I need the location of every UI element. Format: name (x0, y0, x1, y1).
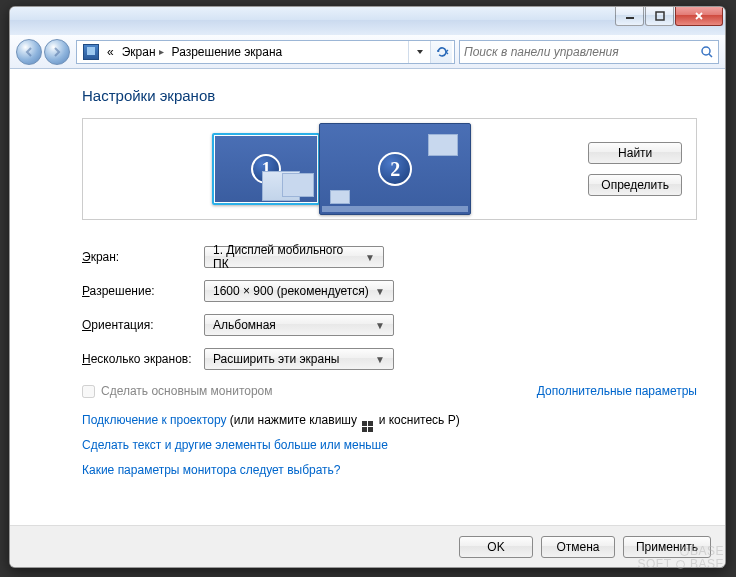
svg-rect-1 (656, 12, 664, 20)
chevron-down-icon: ▼ (371, 354, 389, 365)
windows-key-icon (362, 421, 373, 432)
svg-point-2 (702, 47, 710, 55)
search-input[interactable] (464, 45, 700, 59)
detect-button[interactable]: Найти (588, 142, 682, 164)
breadcrumb-item-resolution[interactable]: Разрешение экрана (168, 41, 287, 63)
breadcrumb-item-display[interactable]: Экран▸ (118, 41, 168, 63)
titlebar (10, 7, 725, 35)
resolution-label: Разрешение: (82, 284, 204, 298)
chevron-right-icon: ▸ (159, 46, 164, 57)
chevron-down-icon: ▼ (371, 286, 389, 297)
control-panel-icon (83, 44, 99, 60)
forward-button[interactable] (44, 39, 70, 65)
display-arrangement[interactable]: 1 2 Найти Определить (82, 118, 697, 220)
monitor-1[interactable]: 1 (212, 133, 320, 205)
chevron-down-icon: ▼ (361, 252, 379, 263)
resolution-select[interactable]: 1600 × 900 (рекомендуется)▼ (204, 280, 394, 302)
refresh-button[interactable] (430, 41, 452, 63)
maximize-button[interactable] (645, 7, 674, 26)
projector-link[interactable]: Подключение к проектору (82, 413, 227, 427)
cancel-button[interactable]: Отмена (541, 536, 615, 558)
minimize-button[interactable] (615, 7, 644, 26)
multiple-label: Несколько экранов: (82, 352, 204, 366)
monitor-number: 2 (378, 152, 412, 186)
display-label: Экран: (82, 250, 204, 264)
dialog-footer: OK Отмена Применить (10, 525, 725, 567)
nav-buttons (16, 38, 72, 66)
window: « Экран▸ Разрешение экрана Настройки экр… (9, 6, 726, 568)
svg-rect-0 (626, 17, 634, 19)
page-title: Настройки экранов (82, 87, 697, 104)
primary-monitor-checkbox[interactable] (82, 385, 95, 398)
breadcrumb-chevron: « (107, 45, 114, 59)
ok-button[interactable]: OK (459, 536, 533, 558)
address-bar: « Экран▸ Разрешение экрана (10, 35, 725, 69)
breadcrumb[interactable]: « Экран▸ Разрешение экрана (76, 40, 455, 64)
close-button[interactable] (675, 7, 723, 26)
address-dropdown[interactable] (408, 41, 430, 63)
monitor-2[interactable]: 2 (319, 123, 471, 215)
search-box[interactable] (459, 40, 719, 64)
multiple-displays-select[interactable]: Расширить эти экраны▼ (204, 348, 394, 370)
orientation-label: Ориентация: (82, 318, 204, 332)
back-button[interactable] (16, 39, 42, 65)
search-icon (700, 45, 714, 59)
orientation-select[interactable]: Альбомная▼ (204, 314, 394, 336)
text-size-link[interactable]: Сделать текст и другие элементы больше и… (82, 438, 388, 452)
advanced-settings-link[interactable]: Дополнительные параметры (537, 384, 697, 398)
which-settings-link[interactable]: Какие параметры монитора следует выбрать… (82, 463, 341, 477)
chevron-down-icon: ▼ (371, 320, 389, 331)
identify-button[interactable]: Определить (588, 174, 682, 196)
content-area: Настройки экранов 1 2 Найти Определить Э… (10, 69, 725, 525)
apply-button[interactable]: Применить (623, 536, 711, 558)
display-select[interactable]: 1. Дисплей мобильного ПК▼ (204, 246, 384, 268)
primary-monitor-label: Сделать основным монитором (101, 384, 273, 398)
